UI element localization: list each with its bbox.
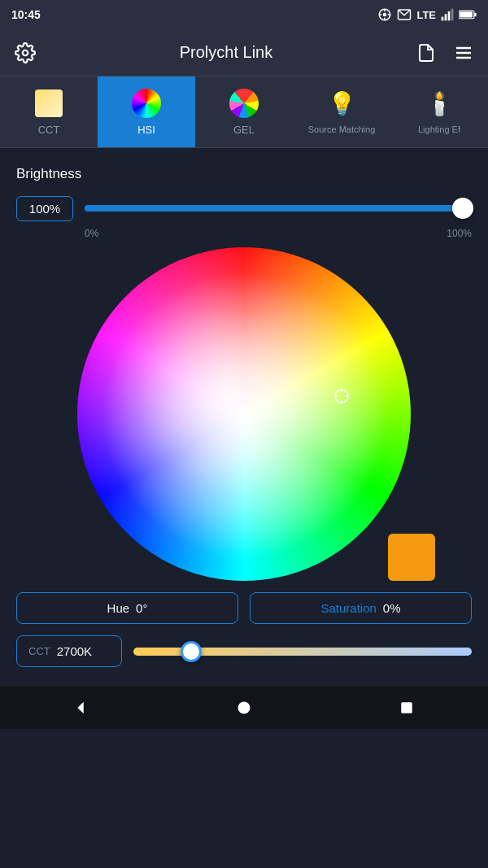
- brightness-min: 0%: [85, 228, 98, 239]
- settings-icon[interactable]: [15, 42, 36, 63]
- menu-icon[interactable]: [454, 43, 473, 63]
- gel-tab-icon: [229, 88, 259, 119]
- svg-rect-9: [448, 11, 451, 20]
- svg-rect-7: [442, 17, 444, 21]
- cct-value: 2700K: [57, 644, 92, 658]
- mail-icon: [397, 7, 412, 22]
- color-wheel[interactable]: [77, 247, 411, 581]
- svg-rect-10: [451, 9, 454, 21]
- cct-box[interactable]: CCT 2700K: [16, 635, 122, 667]
- cct-track: [133, 648, 472, 656]
- svg-rect-8: [445, 14, 447, 20]
- saturation-label: Saturation: [320, 601, 376, 615]
- recent-button[interactable]: [391, 692, 422, 723]
- header-action-icons: [416, 43, 473, 63]
- home-button[interactable]: [229, 692, 259, 723]
- brightness-slider[interactable]: [85, 195, 472, 221]
- status-time: 10:45: [11, 8, 41, 21]
- cct-tab-icon: [33, 88, 64, 119]
- signal-icon: [441, 8, 454, 21]
- brightness-track: [85, 205, 472, 212]
- color-swatch: [388, 534, 435, 581]
- source-tab-icon: 💡: [326, 89, 357, 120]
- svg-point-24: [238, 702, 251, 714]
- lte-label: LTE: [416, 9, 436, 21]
- tab-bar: CCT HSI GEL 💡 Source Matching 🕯️ Lightin…: [0, 76, 488, 148]
- crosshair: [333, 387, 351, 405]
- lighting-tab-icon: 🕯️: [424, 89, 455, 120]
- tab-lighting-label: Lighting Ef: [418, 124, 460, 135]
- hue-value: 0°: [136, 601, 147, 615]
- header: Prolycht Link: [0, 29, 488, 76]
- status-icons: LTE: [377, 7, 477, 22]
- brightness-thumb[interactable]: [452, 198, 473, 219]
- header-title: Prolycht Link: [180, 43, 273, 62]
- hs-row: Hue 0° Saturation 0%: [16, 592, 472, 624]
- brightness-title: Brightness: [16, 166, 472, 182]
- tab-lighting[interactable]: 🕯️ Lighting Ef: [390, 76, 488, 147]
- brightness-max: 100%: [447, 228, 472, 239]
- tab-gel-label: GEL: [233, 124, 255, 136]
- color-wheel-section: [16, 247, 472, 581]
- svg-rect-13: [474, 13, 476, 17]
- tab-source[interactable]: 💡 Source Matching: [293, 76, 390, 147]
- hsi-tab-icon: [131, 88, 162, 119]
- svg-rect-25: [401, 702, 412, 713]
- tab-hsi[interactable]: HSI: [98, 76, 195, 147]
- tab-cct-label: CCT: [38, 124, 60, 136]
- hue-box[interactable]: Hue 0°: [16, 592, 238, 624]
- save-icon[interactable]: [416, 43, 436, 63]
- cct-slider[interactable]: [133, 639, 472, 665]
- battery-icon: [459, 9, 477, 20]
- cct-row: CCT 2700K: [16, 635, 472, 667]
- svg-point-14: [23, 50, 28, 55]
- color-wheel-wrapper[interactable]: [77, 247, 411, 581]
- main-content: Brightness 100% 0% 100%: [0, 148, 488, 680]
- brightness-section: Brightness 100% 0% 100%: [16, 166, 472, 239]
- target-icon: [377, 7, 392, 22]
- saturation-value: 0%: [383, 601, 401, 615]
- status-bar: 10:45 LTE: [0, 0, 488, 29]
- cct-thumb[interactable]: [181, 641, 202, 662]
- nav-bar: [0, 687, 488, 729]
- svg-point-1: [383, 13, 387, 17]
- hue-label: Hue: [107, 601, 130, 615]
- cct-label: CCT: [28, 645, 50, 657]
- saturation-box[interactable]: Saturation 0%: [250, 592, 472, 624]
- tab-gel[interactable]: GEL: [195, 76, 293, 147]
- brightness-row: 100%: [16, 195, 472, 221]
- back-button[interactable]: [66, 692, 97, 723]
- tab-cct[interactable]: CCT: [0, 76, 98, 147]
- brightness-labels: 0% 100%: [85, 228, 472, 239]
- brightness-value-box[interactable]: 100%: [16, 196, 73, 221]
- tab-hsi-label: HSI: [137, 124, 155, 136]
- svg-rect-12: [460, 11, 473, 17]
- tab-source-label: Source Matching: [308, 124, 376, 135]
- svg-marker-23: [77, 702, 83, 714]
